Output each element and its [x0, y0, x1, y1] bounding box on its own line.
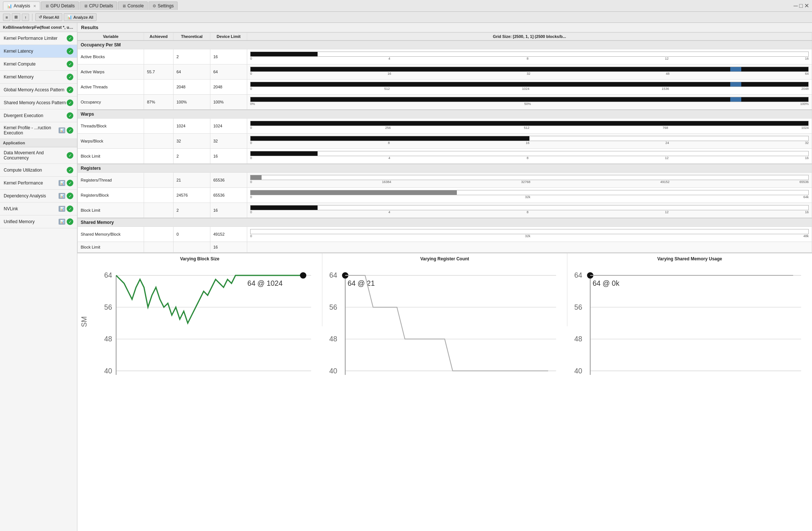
dependency-analysis-chart-icon[interactable]: 📊: [59, 193, 65, 199]
sidebar-item-kernel-latency[interactable]: Kernel Latency ✓: [0, 45, 77, 58]
var-block-limit-regs: Block Limit: [78, 203, 144, 218]
y-label-48-rc: 48: [329, 335, 337, 343]
bar-regs-per-block: 032k64k: [247, 188, 812, 203]
analyze-all-btn[interactable]: 📊 Analyze All: [64, 13, 97, 21]
row-block-limit-regs: Block Limit 2 16 0481216: [78, 203, 812, 218]
sidebar-item-unified-memory[interactable]: Unified Memory 📊 ✓: [0, 215, 77, 228]
window-maximize[interactable]: □: [799, 3, 803, 9]
kernel-performance-limiter-label: Kernel Performance Limiter: [4, 36, 57, 41]
chart-shared-memory-title: Varying Shared Memory Usage: [570, 256, 809, 261]
sidebar-item-compute-utilization[interactable]: Compute Utilization ✓: [0, 164, 77, 177]
chart-block-size-area: 64 56 48 40 SM: [80, 263, 319, 383]
tab-cpu-details-label: CPU Details: [89, 3, 113, 8]
shared-memory-annotation: 64 @ 0k: [592, 279, 619, 287]
chart-block-size-title: Varying Block Size: [80, 256, 319, 261]
reset-all-label: Reset All: [43, 15, 59, 20]
window-close[interactable]: ✕: [804, 2, 809, 9]
sidebar: KeBilinearInterpFw(float const *, unsign…: [0, 23, 77, 531]
sidebar-item-kernel-memory[interactable]: Kernel Memory ✓: [0, 71, 77, 84]
var-regs-per-thread: Registers/Thread: [78, 173, 144, 188]
kernel-profile-chart-icon[interactable]: 📊: [59, 127, 65, 133]
section-occupancy: Occupancy Per SM: [78, 41, 812, 49]
right-panel: Results Variable Achieved Theoretical De…: [77, 23, 812, 531]
analyze-icon: 📊: [67, 15, 72, 20]
bar-active-threads: 0512102415362048: [247, 80, 812, 95]
ach-active-threads: [144, 80, 174, 95]
tab-analysis[interactable]: 📊 Analysis ✕: [3, 1, 40, 10]
sidebar-item-dependency-analysis[interactable]: Dependency Analysis 📊 ✓: [0, 190, 77, 203]
gpu-details-icon: 🖥: [45, 4, 49, 8]
tab-cpu-details[interactable]: 🖥 CPU Details: [80, 1, 117, 10]
chart-shared-memory-svg: 64 56 48 40: [570, 263, 809, 383]
ach-active-blocks: [144, 49, 174, 64]
row-active-threads: Active Threads 2048 2048 051: [78, 80, 812, 95]
col-device-limit: Device Limit: [210, 33, 247, 41]
unified-memory-chart-icon[interactable]: 📊: [59, 219, 65, 225]
tab-gpu-details[interactable]: 🖥 GPU Details: [41, 1, 79, 10]
up-btn[interactable]: ↑: [22, 14, 29, 21]
cpu-details-icon: 🖥: [84, 4, 88, 8]
bar-threads-block: 02565127681024: [247, 119, 812, 134]
ach-block-limit-warps: [144, 149, 174, 164]
y-label-56-bs: 56: [104, 303, 112, 311]
results-content[interactable]: Variable Achieved Theoretical Device Lim…: [77, 32, 812, 531]
sidebar-item-kernel-profile[interactable]: Kernel Profile - ...ruction Execution 📊 …: [0, 122, 77, 139]
tab-analysis-label: Analysis: [14, 3, 30, 8]
ach-sm-per-block: [144, 227, 174, 242]
sidebar-item-kernel-performance-limiter[interactable]: Kernel Performance Limiter ✓: [0, 32, 77, 45]
dev-block-limit-regs: 16: [210, 203, 247, 218]
kernel-performance-check: ✓: [67, 180, 73, 186]
y-label-40-sm: 40: [574, 367, 582, 375]
col-theoretical: Theoretical: [174, 33, 210, 41]
sidebar-item-data-movement[interactable]: Data Movement And Concurrency ✓: [0, 147, 77, 164]
kernel-profile-label: Kernel Profile - ...ruction Execution: [4, 125, 59, 136]
kernel-performance-chart-icon[interactable]: 📊: [59, 180, 65, 186]
reset-all-btn[interactable]: ↺ Reset All: [35, 13, 62, 21]
block-size-annotation: 64 @ 1024: [248, 279, 283, 287]
sidebar-item-global-memory[interactable]: Global Memory Access Pattern ✓: [0, 84, 77, 96]
sidebar-item-kernel-performance[interactable]: Kernel Performance 📊 ✓: [0, 177, 77, 190]
theo-regs-per-block: 24576: [174, 188, 210, 203]
var-active-threads: Active Threads: [78, 80, 144, 95]
row-block-limit-sm: Block Limit 16: [78, 242, 812, 253]
dev-regs-per-block: 65536: [210, 188, 247, 203]
bottom-charts: Varying Block Size 64 56 48 40: [77, 253, 812, 326]
dev-occupancy: 100%: [210, 95, 247, 110]
kernel-latency-label: Kernel Latency: [4, 49, 33, 54]
tab-settings-label: Settings: [158, 3, 174, 8]
dependency-analysis-label: Dependency Analysis: [4, 193, 46, 198]
tab-settings[interactable]: ⚙ Settings: [148, 1, 178, 10]
dev-regs-per-thread: 65536: [210, 173, 247, 188]
sidebar-item-shared-memory[interactable]: Shared Memory Access Pattern ✓: [0, 96, 77, 109]
dev-block-limit-warps: 16: [210, 149, 247, 164]
sidebar-item-kernel-compute[interactable]: Kernel Compute ✓: [0, 58, 77, 71]
col-achieved: Achieved: [144, 33, 174, 41]
console-icon: 🖥: [122, 4, 126, 8]
global-memory-label: Global Memory Access Pattern: [4, 87, 64, 92]
theo-active-threads: 2048: [174, 80, 210, 95]
divergent-execution-check: ✓: [67, 112, 73, 119]
kernel-performance-label: Kernel Performance: [4, 180, 43, 186]
tab-analysis-close[interactable]: ✕: [33, 4, 36, 8]
tab-console[interactable]: 🖥 Console: [118, 1, 148, 10]
kernel-profile-check: ✓: [67, 127, 73, 134]
sidebar-item-nvlink[interactable]: NVLink 📊 ✓: [0, 203, 77, 215]
y-label-40-rc: 40: [329, 367, 337, 375]
divergent-execution-label: Divergent Execution: [4, 113, 43, 118]
grid-view-btn[interactable]: ⊞: [12, 13, 20, 21]
list-view-btn[interactable]: ≡: [3, 14, 10, 21]
unified-memory-check: ✓: [67, 218, 73, 225]
compute-utilization-label: Compute Utilization: [4, 168, 42, 173]
func-name: KeBilinearInterpFw(float const *, unsign…: [0, 23, 77, 32]
row-block-limit-warps: Block Limit 2 16 0481216: [78, 149, 812, 164]
nvlink-chart-icon[interactable]: 📊: [59, 206, 65, 212]
kernel-memory-label: Kernel Memory: [4, 74, 34, 80]
y-label-64-bs: 64: [104, 271, 112, 279]
window-minimize[interactable]: ─: [794, 3, 798, 9]
var-occupancy: Occupancy: [78, 95, 144, 110]
row-regs-per-thread: Registers/Thread 21 65536 01638432768491…: [78, 173, 812, 188]
bar-sm-per-block: 032k48k: [247, 227, 812, 242]
sidebar-item-divergent-execution[interactable]: Divergent Execution ✓: [0, 109, 77, 122]
theo-active-warps: 64: [174, 64, 210, 80]
top-bar: 📊 Analysis ✕ 🖥 GPU Details 🖥 CPU Details…: [0, 0, 812, 12]
